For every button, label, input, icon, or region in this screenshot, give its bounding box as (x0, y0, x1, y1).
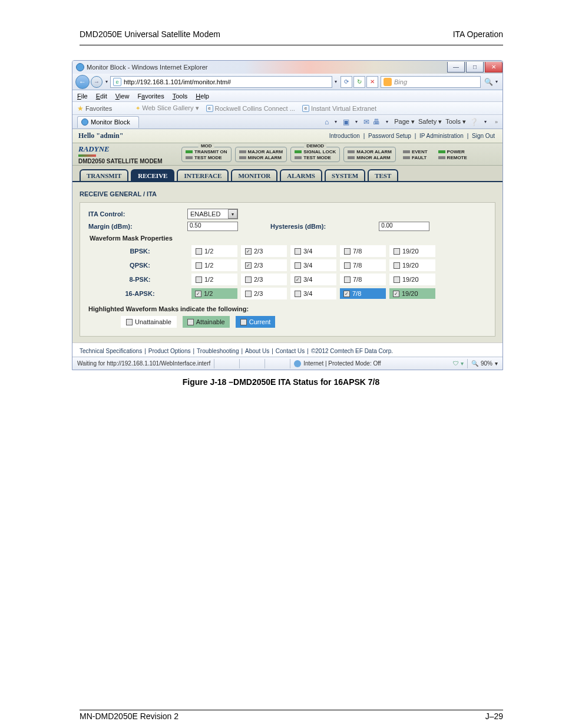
fav-extranet[interactable]: Instant Virtual Extranet (311, 105, 376, 112)
header-rule (80, 45, 503, 45)
link-introduction[interactable]: Introduction (329, 133, 360, 139)
window-maximize-button[interactable]: □ (466, 62, 484, 73)
search-dropdown[interactable]: ▾ (493, 79, 500, 84)
fav-webslice[interactable]: Web Slice Gallery ▾ (142, 104, 199, 112)
mask-cell[interactable]: 7/8 (340, 274, 386, 285)
footer-link[interactable]: About Us (245, 348, 269, 354)
mask-checkbox[interactable] (245, 291, 252, 297)
mask-checkbox[interactable] (344, 262, 351, 269)
mask-checkbox[interactable] (343, 291, 350, 297)
mask-cell[interactable]: 2/3 (241, 288, 287, 299)
footer-link[interactable]: Contact Us (276, 348, 305, 354)
safety-menu[interactable]: Safety ▾ (418, 118, 442, 126)
mask-checkbox[interactable] (295, 262, 301, 269)
link-password-setup[interactable]: Password Setup (368, 133, 411, 139)
search-icon[interactable]: 🔍 (484, 78, 493, 86)
mask-checkbox[interactable] (393, 291, 399, 297)
mask-checkbox[interactable] (394, 262, 400, 269)
tab-transmit[interactable]: TRANSMIT (80, 169, 128, 181)
nav-history-dropdown[interactable]: ▾ (103, 79, 110, 84)
feeds-icon[interactable]: ▣ (343, 118, 349, 126)
mask-cell[interactable]: 7/8 (340, 245, 386, 257)
mask-cell[interactable]: 7/8 (340, 288, 386, 299)
mask-cell[interactable]: 2/3 (241, 259, 287, 271)
refresh-button[interactable]: ↻ (353, 76, 365, 88)
mask-cell[interactable]: 3/4 (290, 288, 336, 299)
ita-control-select[interactable]: ENABLED ▾ (187, 209, 238, 219)
page-menu[interactable]: Page ▾ (394, 118, 415, 126)
tab-receive[interactable]: RECEIVE (131, 169, 174, 181)
mask-checkbox[interactable] (295, 276, 301, 283)
mail-icon[interactable]: ✉ (363, 118, 369, 126)
tab-alarms[interactable]: ALARMS (280, 169, 322, 181)
mask-cell[interactable]: 1/2 (191, 259, 237, 271)
zoom-dropdown[interactable]: ▾ (495, 360, 498, 367)
search-input[interactable]: Bing (381, 76, 481, 88)
back-button[interactable]: ← (75, 75, 90, 89)
mask-cell[interactable]: 19/20 (389, 288, 435, 299)
forward-button[interactable]: → (91, 76, 103, 88)
mask-cell[interactable]: 1/2 (191, 274, 237, 285)
tools-menu[interactable]: Tools ▾ (445, 118, 466, 126)
mask-cell[interactable]: 19/20 (389, 274, 435, 285)
mask-cell[interactable]: 19/20 (389, 259, 435, 271)
mask-checkbox[interactable] (394, 248, 400, 255)
mask-checkbox[interactable] (295, 248, 301, 255)
mask-checkbox[interactable] (295, 291, 301, 297)
overflow-icon[interactable]: » (495, 119, 498, 125)
link-sign-out[interactable]: Sign Out (472, 133, 495, 139)
mask-cell[interactable]: 7/8 (340, 259, 386, 271)
mask-checkbox[interactable] (196, 276, 202, 283)
mask-checkbox[interactable] (245, 276, 252, 283)
home-icon[interactable]: ⌂ (325, 118, 329, 126)
footer-link[interactable]: Product Options (148, 348, 191, 354)
tab-monitor[interactable]: MONITOR (231, 169, 277, 181)
mask-cell[interactable]: 2/3 (241, 245, 287, 257)
menu-view[interactable]: View (115, 93, 130, 100)
menu-tools[interactable]: Tools (173, 93, 188, 100)
mask-cell[interactable]: 3/4 (290, 274, 336, 285)
mask-cell[interactable]: 3/4 (290, 245, 336, 257)
margin-input[interactable]: 0.50 (187, 222, 238, 231)
mask-checkbox[interactable] (344, 248, 351, 255)
mask-cell[interactable]: 19/20 (389, 245, 435, 257)
window-minimize-button[interactable]: — (447, 62, 465, 73)
mask-checkbox[interactable] (394, 276, 400, 283)
address-dropdown[interactable]: ▾ (332, 79, 339, 84)
mask-checkbox[interactable] (344, 276, 351, 283)
tab-interface[interactable]: INTERFACE (177, 169, 229, 181)
link-ip-admin[interactable]: IP Administration (419, 133, 464, 139)
mask-cell[interactable]: 1/2 (191, 245, 237, 257)
brand-swoosh (78, 154, 96, 157)
tab-test[interactable]: TEST (368, 169, 398, 181)
menu-favorites[interactable]: Favorites (137, 93, 164, 100)
legend-label: Attainable (196, 318, 225, 325)
mask-checkbox[interactable] (196, 262, 202, 269)
label-fault: FAULT (412, 155, 427, 160)
favorites-label[interactable]: Favorites (85, 105, 112, 112)
zoom-icon[interactable]: 🔍 (471, 360, 478, 367)
menu-help[interactable]: Help (196, 93, 209, 100)
mask-cell[interactable]: 2/3 (241, 274, 287, 285)
help-icon[interactable]: ❔ (470, 118, 478, 126)
mask-checkbox[interactable] (245, 248, 252, 255)
menu-file[interactable]: File (77, 93, 88, 100)
mask-checkbox[interactable] (245, 262, 252, 269)
compat-view-button[interactable]: ⟳ (340, 76, 352, 88)
stop-button[interactable]: ✕ (366, 76, 378, 88)
hysteresis-input[interactable]: 0.00 (379, 222, 429, 231)
print-icon[interactable]: 🖶 (373, 118, 380, 126)
mask-checkbox[interactable] (196, 248, 202, 255)
mask-cell[interactable]: 1/2 (191, 288, 237, 299)
tab-system[interactable]: SYSTEM (325, 169, 365, 181)
footer-link[interactable]: Troubleshooting (197, 348, 239, 354)
footer-link[interactable]: Technical Specifications (80, 348, 142, 354)
mask-checkbox[interactable] (195, 291, 201, 297)
mask-cell[interactable]: 3/4 (290, 259, 336, 271)
protection-icon[interactable]: 🛡 ▾ (453, 360, 464, 367)
page-tab[interactable]: Monitor Block (77, 116, 139, 128)
menu-edit[interactable]: Edit (96, 93, 107, 100)
fav-rockwell[interactable]: Rockwell Collins Connect ... (215, 105, 295, 112)
window-close-button[interactable]: ✕ (485, 62, 503, 73)
address-input[interactable]: e http://192.168.1.101/imt/monitor.htm# (110, 76, 332, 88)
